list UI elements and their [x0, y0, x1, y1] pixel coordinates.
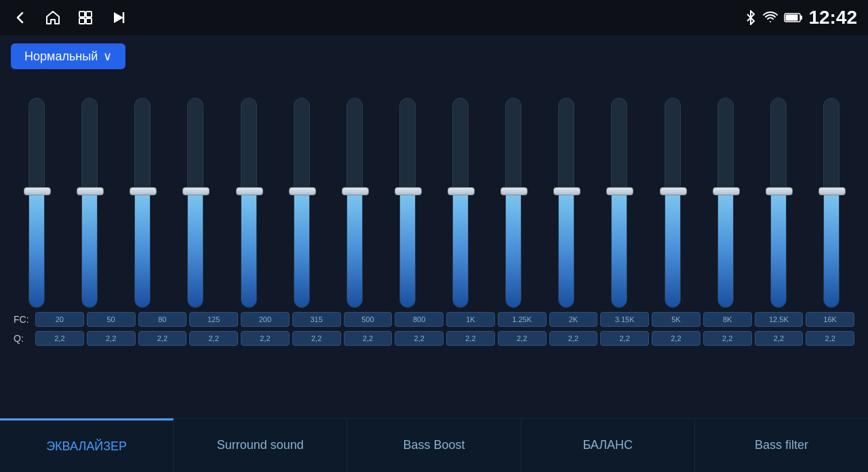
fc-button-7[interactable]: 800 [395, 312, 443, 327]
slider-handle-0[interactable] [24, 187, 51, 195]
home-button[interactable] [43, 8, 62, 27]
q-row: Q: 2,22,22,22,22,22,22,22,22,22,22,22,22… [11, 331, 857, 346]
fc-button-3[interactable]: 125 [189, 312, 238, 327]
back-button[interactable] [11, 8, 30, 27]
q-button-15[interactable]: 2,2 [806, 331, 854, 346]
tab-bar: ЭКВАЛАЙЗЕРSurround soundBass BoostБАЛАНС… [0, 418, 868, 472]
slider-handle-3[interactable] [182, 187, 210, 195]
q-button-12[interactable]: 2,2 [652, 331, 701, 346]
tab-bass[interactable]: Bass Boost [347, 418, 521, 472]
slider-fill-15 [824, 191, 839, 307]
fc-button-12[interactable]: 5K [652, 312, 701, 327]
slider-handle-13[interactable] [713, 187, 740, 195]
slider-handle-14[interactable] [766, 187, 793, 195]
slider-fill-7 [400, 191, 415, 307]
q-button-6[interactable]: 2,2 [344, 331, 393, 346]
q-button-0[interactable]: 2,2 [35, 331, 84, 346]
slider-handle-2[interactable] [130, 187, 157, 195]
slider-handle-1[interactable] [77, 187, 104, 195]
media-button[interactable] [108, 8, 127, 27]
fc-button-8[interactable]: 1K [446, 312, 495, 327]
fc-button-14[interactable]: 12.5K [755, 312, 804, 327]
slider-handle-8[interactable] [448, 187, 475, 195]
slider-handle-10[interactable] [553, 187, 580, 195]
fc-button-5[interactable]: 315 [292, 312, 341, 327]
q-button-2[interactable]: 2,2 [138, 331, 187, 346]
slider-track-11[interactable] [611, 98, 627, 308]
status-bar: 12:42 [0, 0, 868, 35]
clock: 12:42 [808, 7, 857, 28]
slider-track-15[interactable] [823, 98, 840, 308]
slider-handle-4[interactable] [236, 187, 263, 195]
q-button-11[interactable]: 2,2 [600, 331, 649, 346]
slider-track-3[interactable] [187, 98, 203, 308]
eq-sliders-area [11, 77, 857, 308]
slider-track-8[interactable] [452, 98, 469, 308]
svg-rect-7 [786, 15, 798, 21]
slider-track-10[interactable] [558, 98, 574, 308]
q-button-7[interactable]: 2,2 [395, 331, 443, 346]
slider-fill-1 [82, 191, 97, 307]
slider-handle-6[interactable] [342, 187, 369, 195]
fc-button-2[interactable]: 80 [138, 312, 187, 327]
tab-filter[interactable]: Bass filter [695, 418, 868, 472]
slider-track-12[interactable] [665, 98, 681, 308]
slider-fill-8 [453, 191, 468, 307]
svg-rect-8 [800, 16, 802, 20]
fc-button-11[interactable]: 3.15K [600, 312, 649, 327]
battery-icon [784, 12, 803, 23]
slider-track-2[interactable] [134, 98, 151, 308]
slider-track-4[interactable] [241, 98, 257, 308]
q-button-3[interactable]: 2,2 [189, 331, 238, 346]
slider-handle-9[interactable] [500, 187, 528, 195]
tab-balance[interactable]: БАЛАНС [521, 418, 695, 472]
slider-handle-11[interactable] [606, 187, 633, 195]
slider-track-14[interactable] [770, 98, 787, 308]
slider-fill-3 [188, 191, 203, 307]
slider-track-1[interactable] [81, 98, 98, 308]
slider-track-9[interactable] [505, 98, 521, 308]
eq-channel-6 [334, 98, 375, 308]
slider-track-7[interactable] [399, 98, 416, 308]
slider-track-6[interactable] [347, 98, 363, 308]
q-button-4[interactable]: 2,2 [241, 331, 290, 346]
fc-button-4[interactable]: 200 [241, 312, 290, 327]
eq-channel-1 [69, 98, 110, 308]
q-button-9[interactable]: 2,2 [498, 331, 547, 346]
slider-handle-15[interactable] [818, 187, 846, 195]
fc-button-1[interactable]: 50 [87, 312, 136, 327]
q-button-14[interactable]: 2,2 [755, 331, 804, 346]
q-button-5[interactable]: 2,2 [292, 331, 341, 346]
q-button-8[interactable]: 2,2 [446, 331, 495, 346]
fc-button-13[interactable]: 8K [703, 312, 752, 327]
preset-label: Нормальный [24, 50, 98, 64]
slider-track-5[interactable] [294, 98, 310, 308]
eq-channel-9 [493, 98, 534, 308]
tab-surround[interactable]: Surround sound [174, 418, 347, 472]
q-button-13[interactable]: 2,2 [703, 331, 752, 346]
fc-button-0[interactable]: 20 [35, 312, 84, 327]
fc-button-6[interactable]: 500 [344, 312, 393, 327]
fc-button-15[interactable]: 16K [806, 312, 854, 327]
slider-handle-12[interactable] [660, 187, 687, 195]
fc-label: FC: [14, 314, 33, 325]
q-button-1[interactable]: 2,2 [87, 331, 136, 346]
q-button-10[interactable]: 2,2 [549, 331, 598, 346]
chevron-down-icon: ∨ [103, 49, 112, 64]
fc-button-9[interactable]: 1.25K [498, 312, 547, 327]
slider-handle-5[interactable] [289, 187, 316, 195]
eq-channel-8 [440, 98, 481, 308]
window-button[interactable] [76, 8, 95, 27]
slider-track-0[interactable] [28, 98, 45, 308]
slider-fill-5 [294, 191, 309, 307]
fc-button-10[interactable]: 2K [549, 312, 598, 327]
svg-rect-1 [86, 12, 92, 17]
eq-channel-14 [758, 98, 799, 308]
status-indicators: 12:42 [745, 7, 857, 28]
tab-eq[interactable]: ЭКВАЛАЙЗЕР [0, 418, 174, 472]
slider-track-13[interactable] [717, 98, 734, 308]
eq-channel-12 [652, 98, 693, 308]
slider-handle-7[interactable] [395, 187, 422, 195]
eq-channel-7 [387, 98, 428, 308]
preset-button[interactable]: Нормальный ∨ [11, 43, 125, 69]
